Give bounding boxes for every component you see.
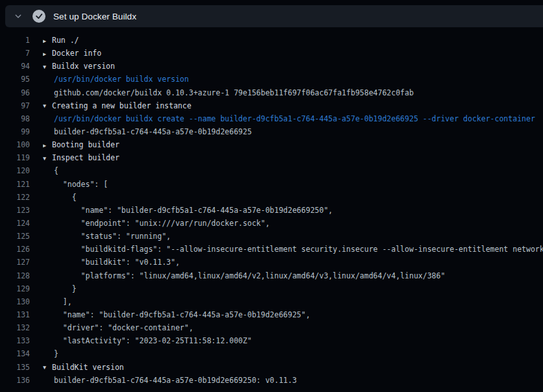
log-line: 98/usr/bin/docker buildx create --name b… [0,112,543,125]
line-number[interactable]: 133 [0,334,30,347]
log-text: "lastActivity": "2023-02-25T11:58:12.000… [54,336,252,345]
log-line: 133 "lastActivity": "2023-02-25T11:58:12… [0,334,543,347]
log-group-row[interactable]: 97▼Creating a new builder instance [0,99,543,112]
triangle-right-icon: ▶ [43,139,52,152]
log-group-row[interactable]: 119▼Inspect builder [0,151,543,164]
log-line: 95/usr/bin/docker buildx version [0,73,543,86]
line-number[interactable]: 1 [0,34,30,47]
log-line: 126 "buildkitd-flags": "--allow-insecure… [0,243,543,256]
log-text: Run ./ [52,36,79,45]
log-text: /usr/bin/docker buildx version [54,75,189,84]
line-number[interactable]: 123 [0,204,30,217]
log-line: 130 ], [0,295,543,308]
triangle-down-icon: ▼ [43,99,52,112]
chevron-down-icon[interactable] [13,11,23,21]
line-number[interactable]: 121 [0,178,30,191]
log-text: "platforms": "linux/amd64,linux/amd64/v2… [54,271,445,280]
log-line: 129 } [0,282,543,295]
log-line: 120{ [0,164,543,177]
log-group-row[interactable]: 1▶Run ./ [0,34,543,47]
log-line: 99builder-d9cfb5a1-c764-445a-a57e-0b19d2… [0,125,543,138]
log-text: "name": "builder-d9cfb5a1-c764-445a-a57e… [54,310,310,319]
log-line: 125 "status": "running", [0,230,543,243]
line-number[interactable]: 97 [0,99,30,112]
line-number[interactable]: 95 [0,73,30,86]
log-text: { [54,193,77,202]
log-text: "endpoint": "unix:///var/run/docker.sock… [54,219,270,228]
log-text: "name": "builder-d9cfb5a1-c764-445a-a57e… [54,206,333,215]
log-text: Docker info [52,49,101,58]
log-line: 132 "driver": "docker-container", [0,321,543,334]
step-header[interactable]: Set up Docker Buildx [5,5,543,27]
log-line: 128 "platforms": "linux/amd64,linux/amd6… [0,269,543,282]
line-number[interactable]: 122 [0,191,30,204]
log-text: BuildKit version [52,363,124,372]
line-number[interactable]: 120 [0,164,30,177]
log-group-row[interactable]: 135▼BuildKit version [0,361,543,374]
step-title: Set up Docker Buildx [53,12,136,21]
log-text: builder-d9cfb5a1-c764-445a-a57e-0b19d2e6… [54,376,297,385]
log-text: "buildkitd-flags": "--allow-insecure-ent… [54,245,543,254]
check-circle-icon [32,10,45,23]
line-number[interactable]: 96 [0,86,30,99]
log-text: } [54,284,77,293]
line-number[interactable]: 126 [0,243,30,256]
log-text: builder-d9cfb5a1-c764-445a-a57e-0b19d2e6… [54,127,252,136]
log-text: } [54,349,58,358]
log-text: "status": "running", [54,232,171,241]
log-text: { [54,166,58,175]
line-number[interactable]: 130 [0,295,30,308]
line-number[interactable]: 7 [0,47,30,60]
log-line: 124 "endpoint": "unix:///var/run/docker.… [0,217,543,230]
log-text: Creating a new builder instance [52,101,192,110]
line-number[interactable]: 127 [0,256,30,269]
line-number[interactable]: 131 [0,308,30,321]
log-text: /usr/bin/docker buildx create --name bui… [54,114,535,123]
log-text: github.com/docker/buildx 0.10.3+azure-1 … [54,88,414,97]
line-number[interactable]: 132 [0,321,30,334]
log-group-row[interactable]: 7▶Docker info [0,47,543,60]
log-text: "buildkit": "v0.11.3", [54,258,180,267]
line-number[interactable]: 124 [0,217,30,230]
log-line: 134} [0,347,543,360]
triangle-down-icon: ▼ [43,361,52,374]
line-number[interactable]: 129 [0,282,30,295]
log-line: 123 "name": "builder-d9cfb5a1-c764-445a-… [0,204,543,217]
log-text: Booting builder [52,140,120,149]
log-line: 121 "nodes": [ [0,178,543,191]
log-group-row[interactable]: 94▼Buildx version [0,60,543,73]
line-number[interactable]: 128 [0,269,30,282]
line-number[interactable]: 136 [0,374,30,387]
log-line: 131 "name": "builder-d9cfb5a1-c764-445a-… [0,308,543,321]
line-number[interactable]: 100 [0,138,30,151]
log-text: Inspect builder [52,153,120,162]
log-group-row[interactable]: 100▶Booting builder [0,138,543,151]
log-line: 127 "buildkit": "v0.11.3", [0,256,543,269]
log-text: "nodes": [ [54,180,108,189]
triangle-right-icon: ▶ [43,47,52,60]
line-number[interactable]: 135 [0,361,30,374]
log-text: "driver": "docker-container", [54,323,194,332]
line-number[interactable]: 134 [0,347,30,360]
triangle-right-icon: ▶ [43,34,52,47]
triangle-down-icon: ▼ [43,152,52,165]
line-number[interactable]: 125 [0,230,30,243]
log-line: 96github.com/docker/buildx 0.10.3+azure-… [0,86,543,99]
log-text: ], [54,297,72,306]
log-text: Buildx version [52,62,115,71]
line-number[interactable]: 99 [0,125,30,138]
triangle-down-icon: ▼ [43,60,52,73]
log-line: 136builder-d9cfb5a1-c764-445a-a57e-0b19d… [0,374,543,387]
line-number[interactable]: 98 [0,112,30,125]
line-number[interactable]: 119 [0,151,30,164]
log-line: 122 { [0,191,543,204]
line-number[interactable]: 94 [0,60,30,73]
log-lines: 1▶Run ./7▶Docker info94▼Buildx version95… [0,27,543,392]
